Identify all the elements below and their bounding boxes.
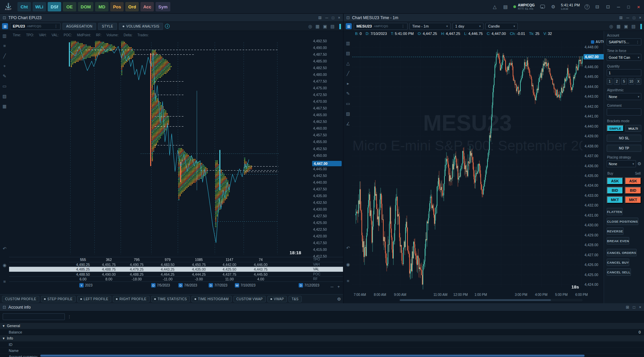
- profile-button-step-profile[interactable]: STEP PROFILE: [41, 296, 76, 302]
- quantity-preset-1[interactable]: 1: [607, 78, 612, 85]
- undo-icon[interactable]: ↶: [345, 246, 351, 251]
- panel-maximize-icon[interactable]: □: [633, 15, 635, 20]
- panel-close-icon[interactable]: ×: [639, 15, 641, 20]
- profile-button-custom-profile[interactable]: CUSTOM PROFILE: [2, 296, 39, 302]
- account-row-name[interactable]: Name: [0, 347, 644, 353]
- panel-maximize-icon[interactable]: □: [633, 305, 635, 310]
- printer-icon[interactable]: ⊟: [594, 4, 600, 9]
- section-header-general[interactable]: ▾General: [0, 322, 644, 329]
- side-panel-toggle-icon[interactable]: ▐: [639, 24, 642, 29]
- break-even-button[interactable]: BREAK EVEN: [607, 237, 629, 244]
- account-info-titlebar[interactable]: ⊡ Account info ⊞ □ ×: [0, 303, 644, 311]
- algorithmic-select[interactable]: None▾: [607, 93, 641, 100]
- pointer-icon[interactable]: ▸: [345, 81, 351, 86]
- eraser-icon[interactable]: ▨: [345, 111, 351, 116]
- menu-icon[interactable]: ≡: [345, 278, 351, 283]
- close-positions-button[interactable]: CLOSE POSITIONS: [607, 218, 638, 225]
- undo-icon[interactable]: ↶: [2, 246, 8, 251]
- quantity-input[interactable]: 1: [607, 69, 641, 76]
- quantity-preset-x[interactable]: X: [636, 78, 641, 85]
- cancel-sell-button[interactable]: CANCEL SELL: [607, 268, 631, 276]
- panel-layout-icon[interactable]: ▤: [503, 4, 509, 9]
- quantity-preset-5[interactable]: 5: [621, 78, 627, 85]
- section-header-info[interactable]: ▾Info: [0, 335, 644, 341]
- window-maximize-button[interactable]: □: [626, 4, 631, 9]
- grid-tool-icon[interactable]: ▦: [2, 104, 8, 109]
- profile-button-t-s[interactable]: T&S: [289, 296, 301, 302]
- ruler-icon[interactable]: ∠: [345, 121, 351, 126]
- monitor-icon[interactable]: ⊡: [605, 4, 611, 9]
- window-minimize-button[interactable]: ─: [616, 4, 621, 9]
- no-sl-button[interactable]: NO SL: [607, 135, 641, 142]
- date-axis-item[interactable]: D7/12/2023: [299, 283, 319, 287]
- buy-bid-button[interactable]: BID: [607, 187, 623, 194]
- scrollbar-handle[interactable]: [400, 299, 551, 301]
- chart-symbol-selector[interactable]: MESU23 AMP/CQG ⋮: [354, 23, 407, 30]
- workspace-button-sym[interactable]: Sym: [156, 2, 170, 11]
- date-axis-item[interactable]: W7/10/2023: [235, 283, 256, 287]
- zoom-in-button[interactable]: +: [338, 284, 340, 289]
- brackets-simple-button[interactable]: SIMPLE: [607, 125, 624, 132]
- chat-icon[interactable]: [540, 4, 546, 9]
- panel-minimize-icon[interactable]: ─: [325, 15, 328, 20]
- image-export-icon[interactable]: ▤: [631, 24, 635, 29]
- grid-view-icon[interactable]: ▦: [315, 24, 319, 29]
- pencil-icon[interactable]: ✎: [2, 74, 8, 79]
- date-axis-item[interactable]: D7/6/2023: [178, 283, 197, 287]
- account-row-id[interactable]: ID: [0, 341, 644, 347]
- placing-settings-gear-icon[interactable]: ⚙: [637, 161, 641, 166]
- account-selector[interactable]: [3, 313, 65, 320]
- account-menu-icon[interactable]: ⋮: [636, 40, 640, 44]
- snapshot-icon[interactable]: ◉: [345, 262, 351, 267]
- workspace-button-wli[interactable]: WLi: [33, 2, 46, 11]
- chart-style-dropdown[interactable]: Candle▾: [485, 23, 518, 30]
- comment-input[interactable]: [607, 108, 641, 116]
- connection-status[interactable]: AMP/CQG RTT: 61 ms: [513, 3, 535, 10]
- workspace-button-ord[interactable]: Ord: [125, 2, 139, 11]
- quantity-preset-2[interactable]: 2: [614, 78, 619, 85]
- profile-button-time-histogram[interactable]: TIME HISTOGRAM: [191, 296, 231, 302]
- symbol-menu-icon[interactable]: ⋮: [401, 24, 405, 29]
- account-selector-menu-icon[interactable]: ⋮: [68, 315, 71, 319]
- side-panel-toggle-icon[interactable]: ▐: [338, 24, 341, 29]
- workspace-button-oe[interactable]: OE: [63, 2, 76, 11]
- template-icon[interactable]: ▣: [624, 24, 628, 29]
- account-row-balance[interactable]: Balance0: [0, 329, 644, 335]
- panel-minimize-icon[interactable]: ─: [626, 15, 629, 20]
- date-axis-item[interactable]: D7/7/2023: [209, 283, 227, 287]
- rectangle-tool-icon[interactable]: ▭: [2, 84, 8, 89]
- style-button[interactable]: STYLE: [98, 23, 117, 30]
- chart-horizontal-scrollbar[interactable]: [399, 299, 583, 301]
- tpo-symbol-selector[interactable]: EPU23 AMP/CQG ⋮: [10, 23, 60, 30]
- zoom-out-button[interactable]: ─: [331, 284, 334, 289]
- watchlist-icon[interactable]: ≡: [2, 43, 8, 48]
- quantity-preset-10[interactable]: 10: [628, 78, 634, 85]
- date-axis-item[interactable]: Y2023: [79, 283, 92, 287]
- chart-type-icon[interactable]: ▥: [345, 41, 351, 46]
- cancel-orders-button[interactable]: CANCEL ORDERS: [607, 249, 637, 256]
- layers-icon[interactable]: ▤: [345, 51, 351, 56]
- help-icon[interactable]: ?: [585, 4, 590, 9]
- sell-bid-button[interactable]: BID: [625, 187, 641, 194]
- panel-type-icon[interactable]: ▥: [2, 23, 8, 29]
- magnifier-icon[interactable]: ◎: [308, 24, 312, 29]
- info-icon[interactable]: i: [165, 24, 170, 29]
- timeframe-dropdown[interactable]: Time - 1m▾: [410, 23, 450, 30]
- image-export-icon[interactable]: ▤: [330, 24, 334, 29]
- snapshot-icon[interactable]: ◉: [2, 263, 8, 268]
- workspace-button-pos[interactable]: Pos: [110, 2, 124, 11]
- grid-view-icon[interactable]: ▦: [616, 24, 620, 29]
- date-axis-item[interactable]: D7/5/2023: [151, 283, 170, 287]
- magnifier-icon[interactable]: ◎: [609, 24, 613, 29]
- workspace-button-md[interactable]: MD: [95, 2, 109, 11]
- candle-chart-canvas[interactable]: [352, 38, 583, 292]
- profile-button-time-statistics[interactable]: TIME STATISTICS: [151, 296, 190, 302]
- template-icon[interactable]: ▣: [323, 24, 327, 29]
- buy-ask-button[interactable]: ASK: [607, 177, 623, 185]
- crosshair-icon[interactable]: +: [2, 63, 8, 69]
- volume-analysis-toggle[interactable]: VOLUME ANALYSIS: [119, 23, 163, 30]
- eraser-icon[interactable]: ▨: [2, 94, 8, 99]
- panel-close-icon[interactable]: ×: [338, 15, 340, 20]
- sell-mkt-button[interactable]: MKT: [625, 196, 641, 204]
- window-close-button[interactable]: ×: [636, 4, 641, 10]
